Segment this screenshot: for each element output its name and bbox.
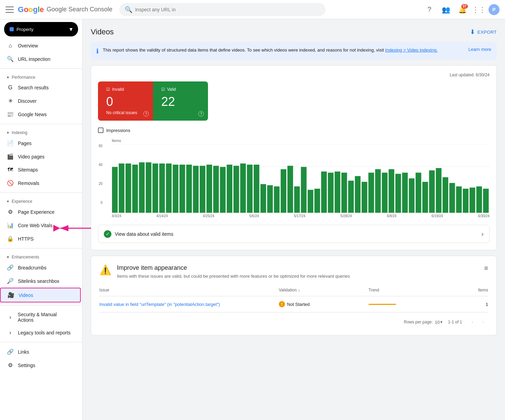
user-avatar[interactable]: P	[488, 4, 499, 15]
svg-rect-44	[369, 173, 374, 213]
sitemaps-icon: 🗺	[7, 167, 14, 173]
valid-status-box[interactable]: ☑ Valid 22 ?	[153, 81, 208, 121]
section-header-performance[interactable]: ▾ Performance	[0, 71, 82, 81]
svg-rect-61	[483, 189, 488, 213]
svg-rect-48	[395, 174, 401, 213]
sidebar-label-google-news: Google News	[18, 112, 47, 117]
sidebar-item-discover[interactable]: ✳ Discover	[0, 94, 79, 108]
svg-rect-54	[436, 168, 441, 213]
x-label-1: 4/3/24	[112, 214, 121, 218]
issue-link[interactable]: Invalid value in field "urlTemplate" (in…	[99, 302, 220, 307]
sidebar-item-settings[interactable]: ⚙ Settings	[0, 358, 79, 372]
svg-rect-37	[321, 172, 327, 213]
hamburger-menu[interactable]	[6, 5, 14, 14]
x-label-3: 4/25/24	[203, 214, 214, 218]
svg-rect-35	[308, 190, 313, 213]
next-page-button[interactable]: ›	[479, 317, 488, 327]
sidebar-item-google-news[interactable]: 📰 Google News	[0, 108, 79, 121]
svg-rect-52	[422, 182, 428, 213]
page-navigation: ‹ ›	[468, 317, 488, 327]
sidebar-label-links: Links	[18, 349, 29, 355]
nav-right-actions: ? 👥 🔔 97 ⋮⋮ P	[422, 3, 499, 16]
url-search-bar[interactable]: 🔍	[119, 3, 326, 16]
page-info: 1-1 of 1	[448, 320, 462, 324]
sidebar-item-links[interactable]: 🔗 Links	[0, 345, 79, 358]
apps-button[interactable]: ⋮⋮	[472, 3, 486, 16]
sidebar-item-sitelinks-searchbox[interactable]: 🔎 Sitelinks searchbox	[0, 274, 79, 288]
view-data-label: View data about valid items	[115, 231, 173, 237]
app-name: Google Search Console	[47, 6, 112, 13]
x-axis: 4/3/24 4/14/24 4/25/24 5/6/24 5/17/24 5/…	[112, 214, 490, 218]
discover-icon: ✳	[7, 98, 14, 104]
svg-rect-45	[375, 169, 381, 213]
last-updated-label: Last updated:	[450, 73, 476, 77]
invalid-help-icon[interactable]: ?	[143, 111, 149, 117]
svg-rect-34	[301, 167, 306, 213]
col-issue-header: Issue	[99, 288, 279, 292]
svg-rect-6	[112, 167, 118, 213]
col-validation-header[interactable]: Validation ↓	[279, 288, 369, 292]
sidebar-item-legacy[interactable]: › Legacy tools and reports	[0, 326, 79, 339]
sidebar-label-discover: Discover	[18, 98, 36, 104]
invalid-status-box[interactable]: ☑ Invalid 0 No critical issues ?	[98, 81, 153, 121]
y-axis: 60 40 20 0	[99, 144, 102, 205]
checkbox-x-icon: ☑	[106, 87, 110, 92]
sidebar-item-page-experience[interactable]: ⚙ Page Experience	[0, 205, 79, 219]
y-tick-0: 0	[99, 201, 102, 205]
export-button[interactable]: ⬇ EXPORT	[470, 28, 497, 36]
search-icon: 🔍	[125, 6, 132, 13]
svg-rect-57	[456, 186, 462, 213]
sidebar-label-removals: Removals	[18, 180, 39, 186]
last-updated-date: 6/30/24	[476, 73, 490, 77]
sidebar-item-overview[interactable]: ⌂ Overview	[0, 39, 79, 52]
checkbox-check-icon: ☑	[161, 87, 165, 92]
svg-rect-9	[132, 165, 138, 213]
property-dropdown-icon: ▾	[69, 25, 73, 33]
sidebar-item-search-results[interactable]: G Search results	[0, 81, 79, 94]
sidebar-item-removals[interactable]: 🚫 Removals	[0, 176, 79, 190]
divider-3	[0, 192, 82, 193]
manage-users-button[interactable]: 👥	[439, 3, 453, 16]
valid-help-icon[interactable]: ?	[198, 111, 204, 117]
section-header-experience[interactable]: ▾ Experience	[0, 196, 82, 205]
section-header-enhancements[interactable]: ▾ Enhancements	[0, 251, 82, 261]
svg-rect-42	[355, 176, 360, 213]
rows-per-page-select[interactable]: 10 ▾	[435, 320, 442, 325]
sidebar-item-videos[interactable]: 🎥 Videos	[0, 288, 81, 302]
not-started-icon: !	[279, 301, 285, 307]
prev-page-button[interactable]: ‹	[468, 317, 477, 327]
filter-icon[interactable]: ≡	[484, 264, 488, 272]
svg-rect-56	[449, 183, 455, 213]
learn-more-link[interactable]: Learn more	[469, 47, 491, 52]
sidebar-item-security[interactable]: › Security & Manual Actions	[0, 308, 79, 326]
sidebar-item-core-web-vitals[interactable]: 📊 Core Web Vitals	[0, 219, 79, 232]
sidebar-label-https: HTTPS	[18, 236, 34, 242]
svg-rect-25	[240, 164, 246, 213]
sidebar-item-url-inspection[interactable]: 🔍 URL inspection	[0, 52, 79, 66]
sidebar-item-video-pages[interactable]: 🎬 Video pages	[0, 150, 79, 163]
svg-rect-29	[267, 185, 273, 213]
page-header: Videos ⬇ EXPORT	[91, 27, 497, 36]
col-trend-header: Trend	[369, 288, 458, 292]
impressions-checkbox[interactable]	[98, 128, 103, 133]
sidebar-item-breadcrumbs[interactable]: 🔗 Breadcrumbs	[0, 261, 79, 274]
page-experience-icon: ⚙	[7, 209, 14, 215]
svg-rect-22	[220, 167, 226, 213]
svg-rect-20	[207, 165, 212, 213]
sidebar-item-https[interactable]: 🔒 HTTPS	[0, 232, 79, 245]
table-footer: Rows per page: 10 ▾ 1-1 of 1 ‹ ›	[99, 312, 488, 327]
banner-link[interactable]: Indexing > Video indexing.	[385, 47, 438, 53]
section-header-indexing[interactable]: ▾ Indexing	[0, 127, 82, 136]
divider-6	[0, 342, 82, 342]
notifications-button[interactable]: 🔔 97	[455, 3, 469, 16]
sidebar-item-pages[interactable]: 📄 Pages	[0, 136, 79, 150]
section-label-experience: Experience	[12, 199, 32, 204]
sidebar-item-sitemaps[interactable]: 🗺 Sitemaps	[0, 163, 79, 176]
view-data-row[interactable]: ✓ View data about valid items ›	[98, 225, 490, 243]
property-selector[interactable]: Property ▾	[4, 22, 78, 36]
google-logo-icon: Google	[18, 5, 44, 14]
trend-cell	[369, 304, 458, 305]
search-input[interactable]	[135, 7, 320, 12]
help-button[interactable]: ?	[422, 3, 436, 16]
impressions-label[interactable]: Impressions	[106, 128, 130, 133]
